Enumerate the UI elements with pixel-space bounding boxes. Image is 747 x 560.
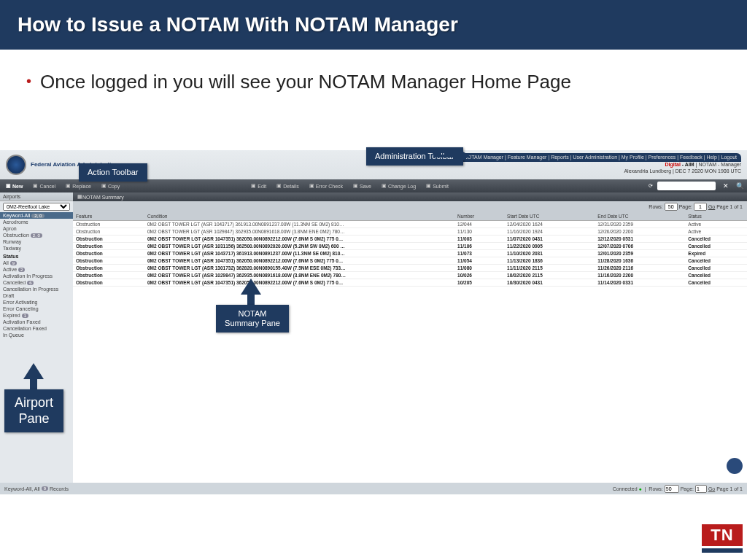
table-row[interactable]: Obstruction0M2 OBST TOWER LGT (ASR 10473… [73, 279, 747, 287]
notam-table: Feature Condition Number Start Date UTC … [73, 212, 747, 287]
sidebar-item[interactable]: Obstruction2, 0 [0, 232, 73, 238]
footer-page-input[interactable] [695, 485, 707, 493]
clear-icon[interactable]: ✕ [723, 182, 729, 190]
table-row[interactable]: Obstruction0M2 OBST TOWER LGT (ASR 10473… [73, 257, 747, 265]
sidebar-status-item[interactable]: All9 [0, 260, 73, 266]
sidebar-status-item[interactable]: Error Activating [0, 299, 73, 306]
arrow-up-icon [241, 279, 261, 295]
table-row[interactable]: Obstruction0M2 OBST TOWER LGT (ASR 10298… [73, 272, 747, 279]
notam-summary-pane: ▦ NOTAM Summary Rows: Page: Go Page 1 of… [73, 192, 747, 483]
sidebar-item[interactable]: Runway [0, 238, 73, 245]
pager-top: Rows: Page: Go Page 1 of 1 [73, 201, 747, 212]
sidebar-status-item[interactable]: Cancellation In Progress [0, 286, 73, 292]
replace-button[interactable]: ▣ Replace [63, 182, 94, 190]
table-row[interactable]: Obstruction0M2 OBST TOWER LGT (ASR 10437… [73, 221, 747, 228]
sidebar-status-item[interactable]: In Queue [0, 332, 73, 338]
new-button[interactable]: ▣ New [3, 182, 26, 190]
col-start[interactable]: Start Date UTC [504, 212, 595, 221]
table-row[interactable]: Obstruction0M2 OBST TOWER LGT (ASR 10298… [73, 228, 747, 236]
callout-airport-pane: AirportPane [4, 389, 63, 432]
sidebar-status-item[interactable]: Activation Faxed [0, 319, 73, 325]
sidebar-item[interactable]: Apron [0, 225, 73, 232]
table-row[interactable]: Obstruction0M2 OBST TOWER LGT (ASR 10437… [73, 250, 747, 257]
footer-go[interactable]: Go [708, 486, 715, 491]
sidebar-status-item[interactable]: Expired1 [0, 312, 73, 319]
keyword-all-row[interactable]: Keyword-All 2, 0 [0, 212, 73, 219]
sidebar-status-item[interactable]: Activation In Progress [0, 273, 73, 279]
tn-logo: TN [702, 524, 743, 553]
edit-button[interactable]: ▣ Edit [248, 182, 269, 190]
table-row[interactable]: Obstruction0M2 OBST TOWER LGT (ASR 10311… [73, 243, 747, 250]
bullet-text: Once logged in you will see your NOTAM M… [40, 70, 571, 94]
callout-summary-pane: NOTAMSummary Pane [216, 305, 289, 332]
search-icon[interactable]: 🔍 [736, 182, 744, 190]
slide-title: How to Issue a NOTAM With NOTAM Manager [18, 13, 729, 36]
slide-body: • Once logged in you will see your NOTAM… [0, 50, 747, 103]
details-button[interactable]: ▣ Details [274, 182, 301, 190]
sidebar-status-item[interactable]: Cancelled6 [0, 279, 73, 286]
sidebar-item[interactable]: Taxiway [0, 245, 73, 252]
col-number[interactable]: Number [454, 212, 504, 221]
search-input[interactable] [657, 182, 716, 190]
user-date-line: Alexandria Lundberg | DEC 7 2020 MON 190… [460, 168, 741, 174]
chat-icon[interactable] [727, 458, 743, 474]
status-header: Status [0, 253, 73, 260]
summary-header: ▦ NOTAM Summary [73, 192, 747, 201]
go-button[interactable]: Go [708, 204, 715, 209]
col-condition[interactable]: Condition [144, 212, 454, 221]
brand-line: Digital - AIM | NOTAM - Manager [460, 162, 741, 168]
slide-title-bar: How to Issue a NOTAM With NOTAM Manager [0, 0, 747, 50]
col-status[interactable]: Status [685, 212, 747, 221]
bullet-icon: • [26, 70, 31, 94]
cancel-button[interactable]: ▣ Cancel [30, 182, 58, 190]
col-end[interactable]: End Date UTC [595, 212, 685, 221]
sidebar-status-item[interactable]: Error Canceling [0, 306, 73, 312]
col-feature[interactable]: Feature [73, 212, 144, 221]
copy-button[interactable]: ▣ Copy [98, 182, 123, 190]
status-bar: Keyword-All, All 9 Records Connected ● |… [0, 483, 747, 494]
rows-input[interactable] [665, 203, 678, 211]
errorcheck-button[interactable]: ▣ Error Check [306, 182, 346, 190]
table-row[interactable]: Obstruction0M2 OBST TOWER LGT (ASR 13017… [73, 265, 747, 272]
footer-rows-input[interactable] [665, 485, 679, 493]
app-screenshot: Federal Aviation Administration NOTAM Ma… [0, 150, 747, 494]
faa-seal-icon [6, 155, 26, 175]
callout-action-toolbar: Action Toolbar [79, 163, 147, 182]
airports-header: Airports [0, 192, 73, 201]
refresh-icon[interactable]: ⟳ [649, 183, 653, 189]
sidebar-status-item[interactable]: Draft [0, 292, 73, 299]
airport-pane: Airports 0M2-Reelfoot Lake Keyword-All 2… [0, 192, 73, 483]
changelog-button[interactable]: ▣ Change Log [379, 182, 419, 190]
arrow-right-icon [433, 155, 462, 158]
airport-select[interactable]: 0M2-Reelfoot Lake [3, 203, 70, 211]
sidebar-item[interactable]: Aerodrome [0, 219, 73, 225]
admin-nav[interactable]: NOTAM Manager | Feature Manager | Report… [460, 153, 741, 162]
arrow-up-icon-2 [23, 363, 44, 379]
sidebar-status-item[interactable]: Active2 [0, 266, 73, 273]
table-row[interactable]: Obstruction0M2 OBST TOWER LGT (ASR 10473… [73, 236, 747, 243]
submit-button[interactable]: ▣ Submit [423, 182, 452, 190]
page-input[interactable] [694, 203, 707, 211]
sidebar-status-item[interactable]: Cancellation Faxed [0, 325, 73, 332]
save-button[interactable]: ▣ Save [350, 182, 374, 190]
